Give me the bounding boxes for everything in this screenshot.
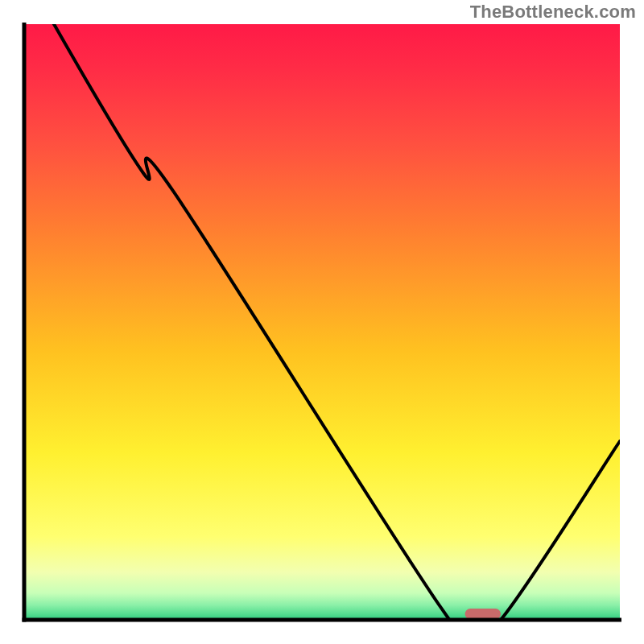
axes-layer — [0, 0, 644, 644]
chart-wrapper: { "watermark": "TheBottleneck.com", "cha… — [0, 0, 644, 644]
watermark-text: TheBottleneck.com — [470, 2, 636, 23]
